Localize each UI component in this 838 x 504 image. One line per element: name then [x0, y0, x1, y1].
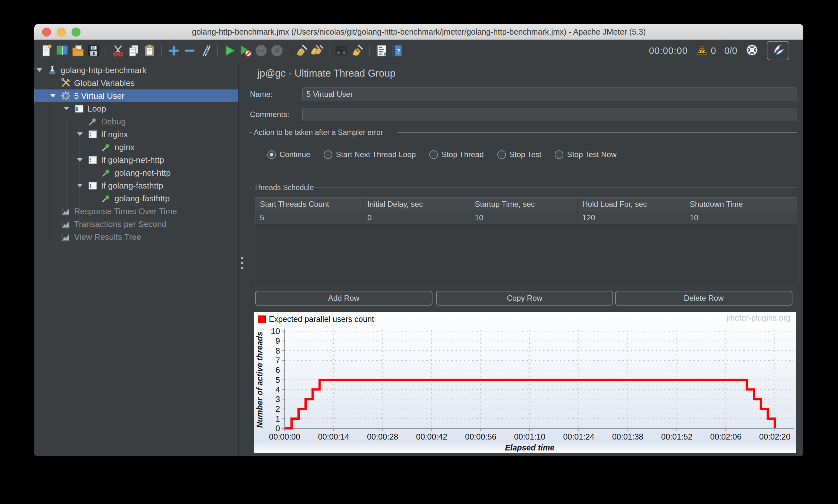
radio-circle-icon[interactable] — [497, 150, 506, 159]
tree-item-response-times-over-time[interactable]: Response Times Over Time — [34, 205, 238, 218]
radio-stop-test-now[interactable]: Stop Test Now — [555, 150, 616, 159]
radio-start-next-thread-loop[interactable]: Start Next Thread Loop — [324, 150, 416, 159]
chevron-down-icon[interactable] — [77, 132, 83, 136]
add-row-button[interactable]: Add Row — [255, 291, 433, 306]
fieldset-line — [398, 132, 797, 133]
tree-item-golang-http-benchmark[interactable]: golang-http-benchmark — [34, 64, 238, 77]
tree-item-golang-fasthttp[interactable]: golang-fasthttp — [34, 192, 238, 205]
templates-icon[interactable] — [55, 43, 69, 58]
table-cell[interactable]: 0 — [363, 211, 470, 224]
table-row[interactable]: 501012010 — [256, 211, 797, 224]
tree-item-if-golang-fasthttp[interactable]: If golang-fasthttp — [34, 179, 238, 192]
controller-icon — [74, 104, 84, 114]
svg-text:00:00:56: 00:00:56 — [465, 432, 496, 441]
svg-text:00:02:20: 00:02:20 — [759, 432, 790, 441]
column-header-hold-load-for-sec[interactable]: Hold Load For, sec — [578, 198, 685, 211]
remove-icon[interactable] — [182, 43, 197, 58]
save-icon[interactable] — [87, 43, 101, 58]
toolbar-separator — [329, 44, 330, 57]
tree-item-loop[interactable]: Loop — [34, 102, 238, 115]
panel-splitter[interactable] — [238, 61, 246, 456]
rabbit-button[interactable]: > — [767, 41, 789, 60]
svg-text:4: 4 — [276, 385, 280, 394]
copy-icon[interactable] — [127, 43, 141, 58]
chevron-down-icon[interactable] — [77, 184, 83, 187]
column-header-initial-delay-sec[interactable]: Initial Delay, sec — [363, 198, 470, 211]
sampler-gray-icon — [88, 116, 98, 127]
tree-item-label: golang-net-http — [115, 166, 171, 179]
radio-stop-test[interactable]: Stop Test — [497, 150, 542, 159]
chevron-down-icon[interactable] — [77, 158, 83, 162]
table-cell[interactable]: 10 — [470, 211, 578, 224]
svg-text:0: 0 — [276, 424, 280, 433]
toggle-icon[interactable] — [198, 43, 212, 58]
start-no-pauses-icon[interactable] — [238, 43, 252, 58]
paste-icon[interactable] — [142, 43, 157, 58]
chevron-down-icon[interactable] — [37, 68, 42, 72]
svg-text:00:01:24: 00:01:24 — [563, 432, 594, 441]
column-header-shutdown-time[interactable]: Shutdown Time — [685, 198, 797, 211]
function-helper-icon[interactable] — [374, 43, 388, 58]
tree-item-label: golang-fasthttp — [115, 192, 170, 205]
log-warning[interactable]: > 0 — [696, 44, 716, 57]
comments-input[interactable] — [302, 108, 797, 121]
radio-continue[interactable]: Continue — [267, 150, 310, 159]
comments-label: Comments: — [250, 110, 302, 119]
tree-item-golang-net-http[interactable]: golang-net-http — [34, 166, 238, 179]
column-header-startup-time-sec[interactable]: Startup Time, sec — [470, 198, 578, 211]
chevron-down-icon[interactable] — [50, 94, 56, 97]
tree-item-label: Global Variables — [74, 77, 135, 89]
radio-circle-icon[interactable] — [555, 150, 563, 159]
help-icon[interactable]: ? — [390, 43, 404, 58]
new-file-icon[interactable] — [39, 43, 54, 58]
tree-item-view-results-tree[interactable]: View Results Tree — [34, 231, 238, 244]
table-cell[interactable]: 10 — [685, 211, 797, 224]
tree-item-label: View Results Tree — [74, 231, 141, 244]
table-cell[interactable]: 120 — [578, 211, 685, 224]
fieldset-line — [249, 187, 252, 188]
column-header-start-threads-count[interactable]: Start Threads Count — [256, 198, 363, 211]
radio-label: Continue — [279, 150, 310, 159]
open-file-icon[interactable] — [71, 43, 85, 58]
table-cell[interactable]: 5 — [256, 211, 363, 224]
shutdown-icon[interactable] — [270, 43, 284, 58]
name-input[interactable] — [302, 88, 797, 101]
delete-row-button[interactable]: Delete Row — [615, 291, 792, 306]
tree-item-nginx[interactable]: nginx — [34, 141, 238, 154]
toolbar-icons: STOP? — [34, 43, 649, 58]
add-icon[interactable] — [167, 43, 181, 58]
cut-icon[interactable] — [111, 43, 125, 58]
tree-item-global-variables[interactable]: Global Variables — [34, 77, 238, 89]
radio-stop-thread[interactable]: Stop Thread — [429, 150, 484, 159]
toolkit-icon — [60, 78, 71, 88]
tree-item-if-golang-net-http[interactable]: If golang-net-http — [34, 154, 238, 166]
radio-label: Stop Test — [509, 150, 542, 159]
tree-item-5-virtual-user[interactable]: 5 Virtual User — [34, 89, 238, 102]
clear-all-icon[interactable] — [310, 43, 324, 58]
remote-sphere-icon[interactable] — [746, 43, 758, 58]
test-plan-icon — [47, 65, 57, 75]
copy-row-button[interactable]: Copy Row — [436, 291, 613, 306]
radio-circle-icon[interactable] — [429, 150, 438, 159]
tree-item-debug[interactable]: Debug — [34, 115, 238, 128]
gear-icon — [60, 91, 71, 101]
screenshot-canvas: golang-http-benchmark.jmx (/Users/nicola… — [0, 0, 838, 504]
chevron-down-icon[interactable] — [64, 107, 69, 110]
sampler-green-icon — [101, 142, 111, 152]
stop-icon[interactable]: STOP — [254, 43, 268, 58]
tree-item-label: If golang-fasthttp — [101, 179, 163, 192]
toolbar-status: 00:00:00 > 0 0/0 > — [649, 41, 803, 60]
window-title: golang-http-benchmark.jmx (/Users/nicola… — [34, 24, 803, 39]
tree-item-label: If golang-net-http — [101, 154, 164, 166]
chart-legend: Expected parallel users count — [258, 314, 374, 324]
radio-circle-icon[interactable] — [267, 150, 276, 159]
radio-circle-icon[interactable] — [324, 150, 332, 159]
start-icon[interactable] — [223, 43, 237, 58]
clear-icon[interactable] — [294, 43, 308, 58]
search-reset-icon[interactable] — [350, 43, 364, 58]
tree-item-if-nginx[interactable]: If nginx — [34, 128, 238, 141]
tree-item-transactions-per-second[interactable]: Transactions per Second — [34, 218, 238, 231]
search-icon[interactable] — [334, 43, 348, 58]
tree-item-label: Transactions per Second — [74, 218, 167, 231]
controller-icon — [88, 155, 98, 165]
